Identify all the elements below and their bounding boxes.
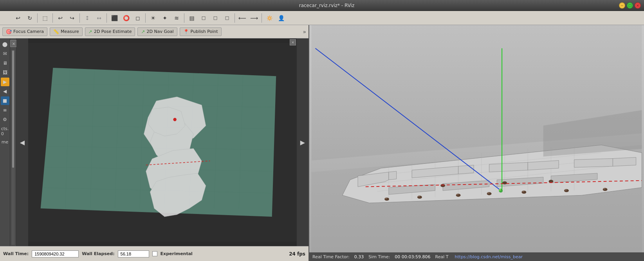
panel-label: me (0, 139, 10, 145)
toolbar-icon-4[interactable]: ↪ (67, 13, 78, 24)
measure-icon: 📏 (53, 29, 59, 34)
toolbar-icon-star[interactable]: ✦ (159, 13, 170, 24)
svg-line-8 (214, 74, 218, 208)
svg-marker-40 (389, 171, 397, 180)
toolbar-icon-arrow-right[interactable]: ⟶ (249, 13, 260, 24)
measure-button[interactable]: 📏 Measure (50, 27, 83, 36)
side-icon-2[interactable]: 🖥 (1, 59, 9, 67)
pose-estimate-label: 2D Pose Estimate (94, 29, 132, 34)
toolbar-icon-1[interactable]: ↻ (24, 13, 35, 24)
focus-camera-icon: 🎯 (6, 29, 12, 34)
svg-point-64 (487, 192, 490, 194)
nav-goal-icon: ↗ (141, 29, 145, 34)
toolbar-icon-rect1[interactable]: □ (198, 13, 209, 24)
close-viewport-button[interactable]: × (290, 39, 296, 45)
toolbar-icon-5[interactable]: ↕ (82, 13, 93, 24)
svg-point-67 (603, 188, 606, 189)
toolbar-icon-person1[interactable]: 🔅 (264, 13, 275, 24)
toolbar-icon-person2[interactable]: 👤 (276, 13, 287, 24)
pose-estimate-button[interactable]: ↗ 2D Pose Estimate (85, 27, 135, 36)
toolbar-icon-rect3[interactable]: □ (222, 13, 233, 24)
toolbar-icon-3[interactable]: ↩ (55, 13, 66, 24)
toolbar-sep-2 (52, 13, 53, 23)
rviz-toolbar-strip: 🎯 Focus Camera 📏 Measure ↗ 2D Pose Estim… (0, 25, 308, 38)
nav-goal-button[interactable]: ↗ 2D Nav Goal (137, 27, 177, 36)
blog-url[interactable]: https://blog.csdn.net/miss_bear (455, 254, 523, 259)
svg-point-71 (499, 188, 503, 192)
svg-line-12 (49, 126, 274, 129)
toolbar-overflow-button[interactable]: » (303, 29, 306, 35)
side-icon-5[interactable]: ◀ (1, 87, 9, 96)
toolbar-icon-sun[interactable]: ☀ (148, 13, 159, 24)
publish-point-icon: 📍 (183, 29, 189, 34)
real-time-factor-value: 0.33 (354, 254, 364, 259)
side-icon-7[interactable]: ≡ (1, 106, 9, 114)
window-title: racecar_rviz.rviz* - RViz (299, 3, 355, 8)
sim-time-label: Sim Time: (368, 254, 390, 259)
pose-icon: ↗ (88, 29, 92, 34)
side-icon-6[interactable]: ■ (1, 96, 9, 105)
focus-camera-label: Focus Camera (13, 29, 44, 34)
wall-elapsed-value[interactable] (118, 250, 149, 257)
svg-point-72 (499, 189, 501, 190)
right-panel[interactable]: Real Time Factor: 0.33 Sim Time: 00 00:0… (309, 25, 644, 261)
maximize-button[interactable]: □ (627, 2, 633, 9)
sim-time-value: 00 00:03:59.806 (395, 254, 430, 259)
svg-line-13 (47, 147, 272, 150)
window-controls: − □ × (619, 2, 641, 9)
svg-line-5 (140, 72, 144, 208)
real-time-factor-label: Real Time Factor: (312, 254, 350, 259)
experimental-checkbox[interactable] (152, 251, 157, 256)
main-container: ↩ ↻ ⬚ ↩ ↪ ↕ ↔ ⬛ ⭕ ◻ ☀ ✦ ≋ ▤ □ □ □ ⟵ ⟶ 🔅 … (0, 11, 644, 261)
svg-marker-46 (613, 158, 636, 167)
titlebar: racecar_rviz.rviz* - RViz − □ × (0, 0, 644, 11)
toolbar-icon-6[interactable]: ↔ (94, 13, 105, 24)
toolbar-icon-2[interactable]: ⬚ (40, 13, 51, 24)
cts-display: cts. 0 (0, 125, 10, 138)
svg-point-66 (565, 189, 567, 190)
right-arrow-button[interactable]: ▶ (300, 139, 305, 146)
toolbar-icon-rect2[interactable]: □ (210, 13, 221, 24)
wall-time-label: Wall Time: (3, 251, 29, 256)
toolbar-icon-lines[interactable]: ≋ (171, 13, 182, 24)
svg-point-65 (522, 190, 524, 192)
toolbar-icon-grid[interactable]: ▤ (186, 13, 197, 24)
experimental-label: Experimental (161, 251, 193, 256)
right-status-bar: Real Time Factor: 0.33 Sim Time: 00 00:0… (309, 252, 644, 261)
svg-point-63 (456, 194, 459, 195)
svg-marker-16 (144, 97, 206, 155)
left-arrow-button[interactable]: ◀ (20, 139, 25, 146)
gazebo-scene-svg (309, 25, 644, 261)
toolbar-icon-9[interactable]: ◻ (132, 13, 143, 24)
main-3d-view[interactable]: × (28, 38, 297, 246)
side-icon-0[interactable]: ⬤ (1, 40, 9, 49)
toolbar-sep-8 (262, 13, 262, 23)
toolbar-icon-arrow-left[interactable]: ⟵ (237, 13, 248, 24)
toolbar-icon-0[interactable]: ↩ (13, 13, 23, 24)
svg-point-22 (173, 118, 176, 121)
focus-camera-button[interactable]: 🎯 Focus Camera (2, 27, 47, 36)
svg-marker-18 (146, 149, 202, 196)
toolbar-icon-8[interactable]: ⭕ (121, 13, 132, 24)
svg-line-21 (146, 161, 210, 165)
svg-line-15 (44, 188, 271, 193)
toolbar-sep-6 (184, 13, 184, 23)
side-icon-4[interactable]: ▶ (1, 78, 9, 86)
rviz-top-toolbar: ↩ ↻ ⬚ ↩ ↪ ↕ ↔ ⬛ ⭕ ◻ ☀ ✦ ≋ ▤ □ □ □ ⟵ ⟶ 🔅 … (0, 11, 644, 25)
svg-line-14 (45, 167, 272, 171)
toolbar-icon-7[interactable]: ⬛ (109, 13, 120, 24)
minimize-button[interactable]: − (619, 2, 625, 9)
status-bar: Wall Time: Wall Elapsed: Experimental 24… (0, 246, 308, 261)
svg-marker-20 (148, 107, 185, 136)
side-icon-8[interactable]: ⚙ (1, 115, 9, 124)
side-icon-1[interactable]: ✉ (1, 49, 9, 58)
publish-point-button[interactable]: 📍 Publish Point (180, 27, 222, 36)
right-navigation-sidebar: ▶ (297, 38, 308, 246)
side-icon-3[interactable]: 🖼 (1, 68, 9, 77)
wall-time-value[interactable] (32, 250, 79, 257)
wall-elapsed-label: Wall Elapsed: (82, 251, 114, 256)
svg-point-58 (440, 184, 445, 187)
close-button[interactable]: × (635, 2, 641, 9)
svg-point-62 (418, 196, 420, 197)
toolbar-sep-4 (106, 13, 107, 23)
